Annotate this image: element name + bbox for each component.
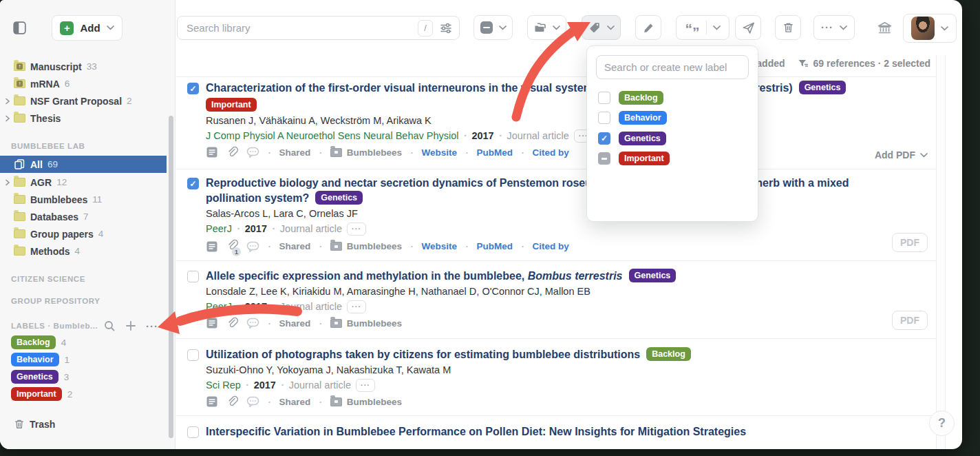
add-pdf-button[interactable]: Add PDF bbox=[875, 149, 928, 160]
website-link[interactable]: Website bbox=[422, 241, 458, 251]
attachment-icon[interactable] bbox=[226, 146, 238, 158]
dropdown-option-important[interactable]: Important bbox=[598, 149, 749, 169]
search-labels-icon[interactable] bbox=[103, 320, 116, 332]
attachment-with-count[interactable]: 1 bbox=[226, 239, 238, 253]
pdf-button[interactable]: PDF bbox=[892, 233, 928, 252]
filter-funnel-icon[interactable] bbox=[798, 59, 808, 68]
comment-icon[interactable] bbox=[246, 240, 259, 253]
reference-checkbox[interactable] bbox=[187, 349, 199, 361]
pubmed-link[interactable]: PubMed bbox=[477, 241, 513, 251]
checkbox-checked[interactable] bbox=[598, 132, 610, 145]
label-badge-genetics[interactable]: Genetics bbox=[315, 191, 363, 205]
sidebar-item-databases[interactable]: Databases 7 bbox=[0, 208, 167, 225]
label-genetics[interactable]: Genetics 3 bbox=[11, 370, 69, 384]
search-bar[interactable]: / bbox=[177, 16, 460, 40]
sidebar-item-nsf-grant-proposal[interactable]: NSF Grant Proposal 2 bbox=[0, 92, 167, 110]
label-badge[interactable]: Genetics bbox=[11, 370, 58, 384]
notes-icon[interactable] bbox=[206, 240, 218, 253]
pubmed-link[interactable]: PubMed bbox=[477, 147, 513, 158]
dropdown-option-backlog[interactable]: Backlog bbox=[598, 87, 749, 108]
reference-title[interactable]: Allele specific expression and methylati… bbox=[206, 270, 528, 282]
checkbox-unchecked[interactable] bbox=[598, 112, 610, 124]
label-button[interactable] bbox=[582, 15, 621, 40]
reference-title[interactable]: Interspecific Variation in Bumblebee Per… bbox=[206, 426, 746, 437]
account-menu-button[interactable] bbox=[903, 14, 957, 43]
notes-icon[interactable] bbox=[206, 146, 218, 158]
sidebar-scrollbar-thumb[interactable] bbox=[169, 116, 173, 438]
label-badge-backlog[interactable]: Backlog bbox=[646, 347, 691, 361]
label-search-input[interactable] bbox=[596, 55, 749, 79]
add-label-icon[interactable] bbox=[125, 320, 137, 332]
checkbox-unchecked[interactable] bbox=[598, 92, 610, 104]
filter-sliders-icon[interactable] bbox=[440, 22, 452, 34]
chevron-right-icon[interactable] bbox=[4, 115, 11, 122]
sidebar-item-methods[interactable]: Methods 4 bbox=[0, 242, 167, 260]
help-button[interactable]: ? bbox=[929, 411, 955, 436]
checkbox-indeterminate[interactable] bbox=[598, 152, 610, 165]
label-badge[interactable]: Backlog bbox=[11, 335, 56, 349]
chevron-down-icon[interactable] bbox=[713, 25, 721, 30]
label-behavior[interactable]: Behavior 1 bbox=[11, 353, 70, 366]
table-row[interactable]: Interspecific Variation in Bumblebee Per… bbox=[176, 416, 936, 449]
add-to-folder-button[interactable] bbox=[527, 15, 566, 40]
sidebar-item-agr[interactable]: AGR 12 bbox=[0, 174, 167, 191]
cite-button[interactable]: “” bbox=[676, 15, 729, 40]
cited-by-link[interactable]: Cited by bbox=[533, 241, 569, 251]
sidebar-item-thesis[interactable]: Thesis bbox=[0, 110, 167, 127]
comment-icon[interactable] bbox=[246, 317, 259, 329]
select-references-button[interactable] bbox=[473, 15, 513, 40]
label-important[interactable]: Important 2 bbox=[11, 387, 72, 401]
edit-button[interactable] bbox=[635, 15, 661, 40]
table-row[interactable]: Allele specific expression and methylati… bbox=[176, 261, 936, 339]
reference-checkbox[interactable] bbox=[187, 83, 199, 94]
cited-by-link[interactable]: Cited by bbox=[533, 147, 569, 158]
trash-button[interactable] bbox=[775, 15, 801, 40]
label-badge-genetics[interactable]: Genetics bbox=[799, 81, 846, 94]
folder-chip[interactable]: Bumblebees bbox=[330, 147, 402, 158]
reference-checkbox[interactable] bbox=[187, 426, 199, 438]
sidebar-item-trash[interactable]: Trash bbox=[0, 415, 167, 433]
notes-icon[interactable] bbox=[206, 317, 218, 329]
more-details-button[interactable] bbox=[356, 379, 375, 392]
attachment-icon[interactable] bbox=[226, 395, 238, 408]
institution-icon[interactable] bbox=[877, 20, 893, 35]
reference-checkbox[interactable] bbox=[187, 178, 199, 189]
label-badge[interactable]: Behavior bbox=[11, 353, 59, 366]
labels-more-icon[interactable] bbox=[146, 320, 158, 332]
more-details-button[interactable] bbox=[347, 300, 366, 313]
label-backlog[interactable]: Backlog 4 bbox=[11, 335, 66, 349]
folder-chip[interactable]: Bumblebees bbox=[330, 397, 402, 407]
table-row[interactable]: Characterization of the first-order visu… bbox=[176, 77, 936, 169]
attachment-icon[interactable] bbox=[226, 317, 238, 329]
label-badge[interactable]: Important bbox=[11, 387, 62, 401]
reference-checkbox[interactable] bbox=[187, 271, 199, 282]
label-badge-important[interactable]: Important bbox=[206, 98, 257, 112]
dropdown-option-genetics[interactable]: Genetics bbox=[598, 128, 749, 149]
sidebar-item-manuscript[interactable]: Manuscript 33 bbox=[0, 58, 167, 75]
notes-icon[interactable] bbox=[206, 395, 218, 408]
chevron-right-icon[interactable] bbox=[4, 98, 11, 105]
add-button[interactable]: + Add bbox=[52, 15, 122, 41]
more-actions-button[interactable] bbox=[813, 15, 855, 40]
sidebar-item-group-papers[interactable]: Group papers 4 bbox=[0, 225, 167, 242]
sidebar-item-mrna[interactable]: mRNA 6 bbox=[0, 75, 167, 92]
label-badge-genetics[interactable]: Genetics bbox=[629, 269, 677, 282]
table-row[interactable]: Reproductive biology and nectar secretio… bbox=[176, 169, 936, 261]
folder-chip[interactable]: Bumblebees bbox=[330, 318, 402, 329]
sidebar-item-all[interactable]: All 69 bbox=[0, 156, 167, 173]
search-input[interactable] bbox=[187, 22, 418, 34]
dropdown-option-behavior[interactable]: Behavior bbox=[598, 108, 749, 129]
comment-icon[interactable] bbox=[246, 146, 259, 158]
chevron-right-icon[interactable] bbox=[4, 179, 11, 186]
more-details-button[interactable] bbox=[347, 222, 366, 236]
share-button[interactable] bbox=[735, 15, 761, 40]
main-scrollbar[interactable] bbox=[936, 55, 946, 449]
reference-title-species[interactable]: Bombus terrestris bbox=[528, 270, 623, 282]
comment-icon[interactable] bbox=[246, 395, 259, 408]
pdf-button[interactable]: PDF bbox=[892, 311, 928, 330]
folder-chip[interactable]: Bumblebees bbox=[330, 241, 402, 251]
sidebar-item-bumblebees[interactable]: Bumblebees 11 bbox=[0, 191, 167, 208]
website-link[interactable]: Website bbox=[422, 147, 458, 158]
table-row[interactable]: Utilization of photographs taken by citi… bbox=[176, 339, 936, 416]
reference-title[interactable]: Utilization of photographs taken by citi… bbox=[206, 349, 640, 360]
